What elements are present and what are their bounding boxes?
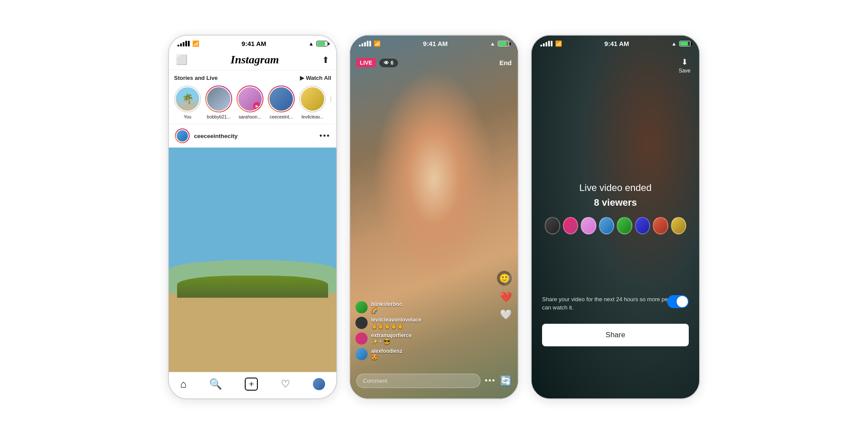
signal-bars-3 (540, 41, 552, 46)
nav-home-icon[interactable]: ⌂ (180, 378, 187, 390)
toggle-knob (677, 296, 688, 307)
watch-all-button[interactable]: ▶ Watch All (300, 75, 331, 81)
story-avatar-you: 🌴 (175, 86, 200, 112)
stories-row: Stories and Live ▶ Watch All 🌴 You bobby… (169, 70, 336, 124)
nav-heart-icon[interactable]: ♡ (281, 378, 290, 390)
comment-text-3: extramajorfierce ✨ + 😎 (371, 332, 411, 345)
status-bar-phone2: 📶 9:41 AM ▲ (350, 36, 518, 50)
status-bar-phone1: 📶 9:41 AM ▲ (169, 36, 336, 50)
post-image (169, 148, 336, 372)
story-item-instagram[interactable]: instagr... (330, 85, 331, 119)
story-item-bobby[interactable]: bobbyb21... (205, 85, 232, 119)
story-avatar-wrap-you: 🌴 (174, 85, 201, 112)
viewer-avatar-7 (653, 217, 668, 234)
story-username-levi: levilcleav... (302, 114, 324, 119)
viewer-avatar-1 (545, 217, 560, 234)
viewer-avatar-5 (617, 217, 632, 234)
save-label: Save (679, 68, 690, 74)
story-item-ceecee[interactable]: ceeceeint... (268, 85, 295, 119)
post-avatar-wrap (175, 128, 190, 143)
live-comments-area: blinksterboo 🌈 levilcleavonlovelace ✌✌✌✌… (355, 301, 492, 364)
person-glow (373, 70, 495, 287)
phones-container: 📶 9:41 AM ▲ ⬜ Instagram ⬆ Stories and Li… (168, 35, 700, 399)
battery-fill-2 (499, 42, 506, 46)
post-username: ceeceeinthecity (194, 133, 238, 139)
viewer-avatar-2 (563, 217, 579, 234)
signal-area-2: 📶 (359, 40, 381, 47)
comment-username-4: alexfoodiesz (371, 348, 402, 354)
end-live-button[interactable]: End (500, 59, 512, 66)
live-more-dots[interactable]: ••• (485, 376, 496, 385)
nav-add-icon[interactable]: + (245, 378, 258, 391)
ended-content: Live video ended 8 viewers (532, 182, 699, 252)
battery-icon-2 (498, 41, 509, 46)
nav-search-icon[interactable]: 🔍 (209, 378, 222, 390)
signal-area: 📶 (178, 40, 199, 47)
story-item-you[interactable]: 🌴 You (174, 85, 201, 119)
status-bar-phone3: 📶 9:41 AM ▲ (532, 36, 699, 50)
live-right-icon: 🙂 (497, 271, 512, 286)
flip-camera-icon[interactable]: 🔄 (500, 375, 512, 387)
story-username-ceecee: ceeceeint... (270, 114, 293, 119)
comment-avatar-2 (355, 317, 368, 329)
story-avatar-wrap-levi (299, 85, 326, 112)
nav-profile-icon[interactable] (313, 378, 325, 390)
comment-msg-1: 🌈 (371, 307, 378, 313)
share-button[interactable]: Share (542, 324, 689, 346)
status-time: 9:41 AM (242, 40, 266, 47)
beach-sky (169, 148, 336, 271)
comment-username-1: blinksterboo (371, 301, 402, 307)
right-status-icons-2: ▲ (490, 41, 509, 47)
instagram-logo: Instagram (230, 53, 279, 66)
viewer-avatar-3 (581, 217, 596, 234)
live-comment-2: levilcleavonlovelace ✌✌✌✌✌ (355, 317, 492, 329)
live-bottom-bar: Comment ••• 🔄 (350, 369, 518, 398)
phone3-live-ended: 📶 9:41 AM ▲ ⬇ Save Live video ended 8 vi… (531, 35, 700, 399)
share-toggle-text: Share your video for the next 24 hours s… (542, 296, 678, 311)
signal-strength-icon-3: ▲ (671, 41, 677, 47)
comment-msg-4: 😍 (371, 354, 378, 360)
live-left-controls: LIVE 👁 6 (356, 58, 398, 67)
comment-text-4: alexfoodiesz 😍 (371, 348, 402, 360)
right-status-icons-3: ▲ (671, 41, 690, 47)
story-item-sarah[interactable]: ▶ sarahson... (237, 85, 263, 119)
post-more-button[interactable]: ••• (319, 132, 330, 141)
story-item-levi[interactable]: levilcleav... (299, 85, 326, 119)
direct-message-icon[interactable]: ⬆ (322, 55, 329, 65)
story-username-you: You (184, 114, 191, 119)
live-comment-input[interactable]: Comment (356, 374, 480, 388)
stories-label: Stories and Live (174, 75, 217, 81)
play-badge-sarah: ▶ (253, 102, 261, 110)
comment-text-1: blinksterboo 🌈 (371, 301, 402, 313)
story-avatar-bobby (206, 86, 231, 112)
heart-icon-3[interactable]: 🤍 (500, 309, 512, 320)
signal-area-3: 📶 (540, 40, 562, 47)
wifi-icon: 📶 (192, 40, 199, 47)
eye-icon: 👁 (384, 60, 389, 66)
story-avatar-wrap-bobby (205, 85, 232, 112)
dune-grass (177, 276, 328, 298)
share-toggle-switch[interactable] (667, 295, 689, 308)
signal-strength-icon: ▲ (309, 41, 314, 47)
story-avatar-levi (300, 86, 325, 112)
story-username-sarah: sarahson... (239, 114, 261, 119)
save-button[interactable]: ⬇ Save (679, 57, 690, 74)
status-time-3: 9:41 AM (605, 40, 629, 47)
battery-icon (316, 41, 328, 46)
status-time-2: 9:41 AM (423, 40, 448, 47)
post-header: ceeceeinthecity ••• (169, 124, 336, 148)
right-status-icons: ▲ (309, 41, 328, 47)
post-user-info[interactable]: ceeceeinthecity (175, 128, 238, 143)
stories-list: 🌴 You bobbyb21... ▶ (174, 85, 331, 119)
battery-fill-3 (680, 42, 688, 46)
comment-avatar-4 (355, 348, 368, 360)
signal-bars (178, 41, 190, 46)
camera-icon[interactable]: ⬜ (176, 54, 187, 66)
live-comment-3: extramajorfierce ✨ + 😎 (355, 332, 492, 345)
comment-msg-3: ✨ + 😎 (371, 339, 390, 345)
ended-viewer-avatars (545, 217, 686, 234)
wifi-icon-2: 📶 (374, 40, 381, 47)
camera-flip-icon[interactable]: 🙂 (497, 271, 512, 286)
story-avatar-wrap-sarah: ▶ (237, 85, 263, 112)
heart-icon-2[interactable]: ❤️ (500, 292, 512, 303)
